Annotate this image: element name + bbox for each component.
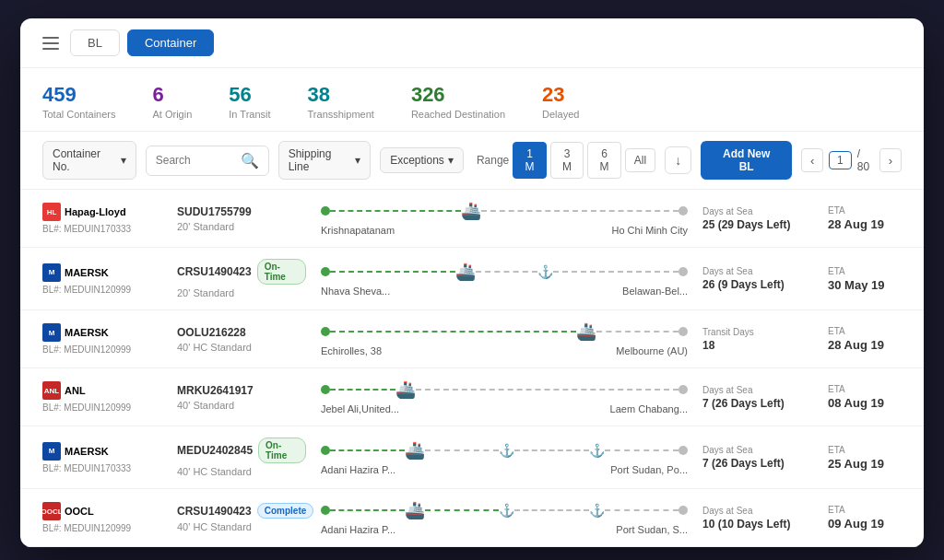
days-info: Days at Sea 26 (9 Days Left) (702, 266, 813, 291)
stat-number-delayed: 23 (542, 83, 579, 107)
days-info: Transit Days 18 (702, 327, 813, 352)
range-1m[interactable]: 1 M (513, 142, 547, 179)
eta-value: 08 Aug 19 (828, 396, 902, 410)
prev-page-button[interactable]: ‹ (801, 148, 823, 172)
stat-reached: 326 Reached Destination (411, 83, 505, 120)
days-label: Transit Days (702, 327, 813, 337)
stat-label-delayed: Delayed (542, 109, 579, 120)
route-dest-label: Laem Chabang... (610, 403, 688, 414)
hamburger-button[interactable] (39, 33, 63, 53)
carrier-info: OOCL OOCL BL#: MEDUIN120999 (42, 502, 162, 533)
exceptions-dropdown[interactable]: Exceptions ▾ (380, 147, 464, 173)
download-button[interactable]: ↓ (665, 146, 691, 174)
range-3m[interactable]: 3 M (550, 142, 584, 179)
carrier-logo: M MAERSK (42, 442, 162, 461)
stat-label-total: Total Containers (42, 109, 116, 120)
route-visualization: 🚢 Echirolles, 38 Melbourne (AU) (321, 321, 688, 356)
search-box[interactable]: 🔍 (146, 146, 269, 176)
container-info: OOLU216228 40' HC Standard (177, 326, 306, 353)
route-origin-dot (321, 327, 330, 336)
route-origin-label: Nhava Sheva... (321, 286, 390, 297)
carrier-logo-icon: ANL (42, 381, 61, 400)
anchor-icon2: ⚓ (589, 503, 605, 518)
stat-number-in-transit: 56 (229, 83, 270, 107)
route-dest-label: Ho Chi Minh City (611, 225, 688, 236)
pagination: ‹ 1 / 80 › (801, 147, 902, 173)
carrier-logo: ANL ANL (42, 381, 162, 400)
carrier-logo: M MAERSK (42, 323, 162, 342)
tab-container[interactable]: Container (127, 29, 214, 56)
route-dashes-left (330, 271, 455, 273)
route-dashes-right (596, 331, 678, 332)
carrier-info: M MAERSK BL#: MEDUIN170333 (42, 442, 162, 473)
route-dashes-l (330, 509, 405, 511)
eta-label: ETA (828, 266, 902, 276)
stat-delayed: 23 Delayed (542, 83, 579, 120)
bl-reference: BL#: MEDUIN120999 (42, 285, 162, 295)
route-dashes-m2 (514, 449, 589, 451)
stat-number-total: 459 (42, 83, 116, 107)
route-dest-dot (678, 446, 688, 455)
route-dashes-mid (476, 271, 538, 273)
chevron-down-icon3: ▾ (448, 154, 454, 167)
route-dest-label: Belawan-Bel... (622, 286, 688, 297)
route-dashes-left (330, 210, 461, 212)
shipping-line-dropdown[interactable]: Shipping Line ▾ (278, 141, 371, 180)
container-id: MRKU2641917 (177, 384, 306, 397)
days-info: Days at Sea 10 (10 Days Left) (702, 506, 813, 531)
carrier-name: MAERSK (65, 446, 109, 457)
anchor-icon2: ⚓ (589, 443, 605, 458)
tab-bl[interactable]: BL (70, 29, 120, 56)
eta-info: ETA 08 Aug 19 (828, 384, 902, 410)
carrier-name: ANL (65, 385, 86, 396)
ship-icon: 🚢 (576, 321, 596, 342)
days-info: Days at Sea 7 (26 Days Left) (702, 385, 813, 410)
range-6m[interactable]: 6 M (587, 142, 621, 179)
next-page-button[interactable]: › (879, 148, 902, 172)
eta-label: ETA (828, 505, 902, 515)
stats-row: 459 Total Containers 6 At Origin 56 In T… (20, 68, 924, 132)
route-dest-label: Port Sudan, Po... (610, 464, 688, 475)
route-origin-dot (321, 506, 330, 515)
ship-icon: 🚢 (455, 262, 476, 282)
top-bar: BL Container (20, 18, 924, 68)
bl-reference: BL#: MEDUIN120999 (42, 402, 162, 413)
container-info: CRSU1490423 Complete 40' HC Standard (177, 503, 306, 532)
container-id: OOLU216228 (177, 326, 306, 339)
eta-label: ETA (828, 445, 902, 455)
filter-bar: Container No. ▾ 🔍 Shipping Line ▾ Except… (20, 132, 924, 190)
stat-transshipment: 38 Transshipment (308, 83, 374, 120)
table-row: HL Hapag-Lloyd BL#: MEDUIN170333 SUDU175… (20, 190, 924, 248)
range-all[interactable]: All (625, 148, 655, 172)
carrier-logo: M MAERSK (42, 263, 162, 282)
shipping-line-label: Shipping Line (289, 147, 351, 173)
route-dashes-right (416, 389, 678, 391)
add-new-bl-button[interactable]: Add New BL (701, 141, 792, 180)
days-label: Days at Sea (702, 206, 813, 216)
ship-icon: 🚢 (461, 201, 481, 221)
route-origin-label: Adani Hazira P... (321, 524, 395, 535)
route-visualization: 🚢 Krishnapatanam Ho Chi Minh City (321, 201, 688, 236)
stat-total: 459 Total Containers (42, 83, 116, 120)
container-no-dropdown[interactable]: Container No. ▾ (42, 141, 136, 180)
range-group: Range 1 M 3 M 6 M All (477, 142, 655, 179)
route-dashes-r (605, 449, 679, 451)
eta-info: ETA 25 Aug 19 (828, 445, 902, 471)
container-type: 40' Standard (177, 400, 306, 411)
container-type: 40' HC Standard (177, 466, 306, 477)
range-label: Range (477, 154, 509, 167)
status-badge: On-Time (257, 259, 306, 285)
eta-info: ETA 28 Aug 19 (828, 205, 902, 231)
route-dashes-m2 (514, 509, 589, 511)
carrier-logo-icon: OOCL (42, 502, 61, 520)
route-origin-dot (321, 385, 330, 394)
carrier-name: MAERSK (65, 267, 109, 278)
route-labels: Adani Hazira P... Port Sudan, S... (321, 524, 688, 535)
container-id: SUDU1755799 (177, 205, 306, 218)
container-id: CRSU1490423 Complete (177, 503, 306, 519)
carrier-info: M MAERSK BL#: MEDUIN120999 (42, 323, 162, 355)
container-type: 40' HC Standard (177, 521, 306, 532)
search-input[interactable] (156, 154, 235, 167)
route-visualization: 🚢 ⚓ Nhava Sheva... Belawan-Bel... (321, 262, 688, 297)
route-visualization: 🚢 Jebel Ali,United... Laem Chabang... (321, 379, 688, 414)
